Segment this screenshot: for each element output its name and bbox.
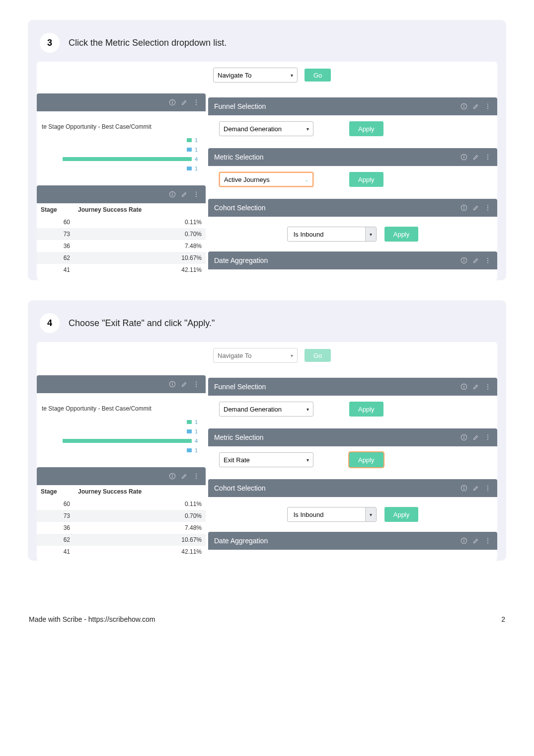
chart-panel: te Stage Opportunity - Best Case/Commit … (37, 393, 206, 456)
funnel-apply-button[interactable]: Apply (349, 402, 383, 417)
info-icon (460, 103, 467, 110)
svg-point-45 (196, 473, 197, 474)
svg-rect-1 (172, 102, 172, 104)
navigate-dropdown[interactable]: Navigate To▾ (213, 68, 298, 83)
edit-icon (472, 257, 479, 264)
metric-apply-button[interactable]: Apply (349, 452, 383, 467)
edit-icon (181, 473, 188, 480)
funnel-dropdown[interactable]: Demand Generation▾ (219, 121, 313, 136)
go-button[interactable]: Go (305, 349, 331, 362)
navigate-dropdown[interactable]: Navigate To▾ (213, 348, 298, 363)
svg-point-41 (196, 386, 197, 387)
step-card-4: 4 Choose "Exit Rate" and click "Apply." (28, 300, 506, 561)
funnel-apply-button[interactable]: Apply (349, 121, 383, 136)
step-number-badge: 4 (40, 313, 60, 333)
svg-point-53 (487, 388, 488, 389)
panel-header-chart (37, 375, 206, 393)
info-icon (169, 381, 176, 388)
svg-rect-14 (463, 105, 464, 105)
svg-point-27 (487, 205, 488, 206)
dateagg-header: Date Aggregation (208, 532, 497, 550)
svg-point-51 (487, 384, 488, 385)
more-icon (193, 191, 200, 198)
svg-point-23 (487, 159, 488, 160)
svg-point-28 (487, 207, 488, 208)
step-title: Choose "Exit Rate" and click "Apply." (69, 318, 215, 329)
svg-point-16 (487, 106, 488, 107)
metric-apply-button[interactable]: Apply (349, 172, 383, 187)
more-icon (193, 473, 200, 480)
edit-icon (472, 383, 479, 390)
table-row: 6210.67% (37, 534, 206, 546)
table-row: 6210.67% (37, 252, 206, 264)
metric-dropdown[interactable]: Exit Rate▾ (219, 452, 313, 467)
table-row: 367.48% (37, 522, 206, 534)
svg-point-57 (487, 434, 488, 435)
metric-dropdown[interactable]: Active Journeys⌄ (219, 172, 313, 187)
svg-point-3 (196, 99, 197, 100)
edit-icon (472, 103, 479, 110)
more-icon (484, 537, 491, 544)
stage-table: StageJourney Success Rate 600.11% 730.70… (37, 203, 206, 276)
cohort-apply-button[interactable]: Apply (384, 227, 419, 242)
edit-icon (472, 154, 479, 161)
svg-rect-31 (463, 260, 464, 262)
svg-point-35 (487, 262, 488, 263)
funnel-dropdown[interactable]: Demand Generation▾ (219, 402, 313, 417)
cohort-header: Cohort Selection (208, 199, 497, 217)
svg-rect-44 (172, 475, 172, 475)
svg-rect-61 (463, 488, 464, 490)
svg-rect-55 (463, 437, 464, 439)
svg-point-46 (196, 476, 197, 477)
svg-point-11 (196, 196, 197, 197)
info-icon (460, 383, 467, 390)
svg-point-17 (487, 108, 488, 109)
more-icon (484, 204, 491, 211)
cohort-dropdown[interactable]: Is Inbound▾ (287, 227, 377, 242)
svg-point-21 (487, 154, 488, 155)
edit-icon (472, 485, 479, 492)
chevron-down-icon: ▾ (365, 507, 376, 521)
svg-rect-8 (172, 193, 172, 193)
more-icon (484, 103, 491, 110)
svg-rect-43 (172, 476, 172, 478)
svg-point-64 (487, 488, 488, 489)
cohort-dropdown[interactable]: Is Inbound▾ (287, 507, 377, 522)
chevron-down-icon: ▾ (365, 227, 376, 241)
info-icon (169, 99, 176, 106)
svg-point-47 (196, 478, 197, 479)
metric-header: Metric Selection (208, 148, 497, 166)
more-icon (193, 381, 200, 388)
edit-icon (472, 204, 479, 211)
edit-icon (181, 99, 188, 106)
chevron-down-icon: ▾ (291, 73, 293, 78)
screenshot: te Stage Opportunity - Best Case/Commit … (37, 342, 497, 561)
table-row: 730.70% (37, 510, 206, 522)
svg-rect-67 (463, 540, 464, 542)
panel-header-chart (37, 93, 206, 111)
svg-point-15 (487, 103, 488, 104)
table-row: 4142.11% (37, 264, 206, 276)
go-button[interactable]: Go (305, 69, 331, 82)
svg-rect-19 (463, 157, 464, 159)
stage-table: StageJourney Success Rate 600.11% 730.70… (37, 485, 206, 558)
edit-icon (181, 381, 188, 388)
cohort-apply-button[interactable]: Apply (384, 507, 419, 522)
svg-point-70 (487, 540, 488, 541)
svg-rect-2 (172, 101, 172, 101)
svg-rect-25 (463, 207, 464, 209)
svg-rect-13 (463, 106, 464, 108)
info-icon (460, 485, 467, 492)
svg-rect-56 (463, 436, 464, 436)
table-row: 730.70% (37, 228, 206, 240)
info-icon (169, 191, 176, 198)
th-rate: Journey Success Rate (74, 203, 206, 216)
panel-header-table (37, 185, 206, 203)
svg-rect-68 (463, 539, 464, 540)
chart-title: te Stage Opportunity - Best Case/Commit (42, 123, 201, 130)
svg-point-65 (487, 490, 488, 491)
svg-point-69 (487, 538, 488, 539)
funnel-header: Funnel Selection (208, 97, 497, 115)
svg-point-33 (487, 257, 488, 258)
more-icon (484, 485, 491, 492)
